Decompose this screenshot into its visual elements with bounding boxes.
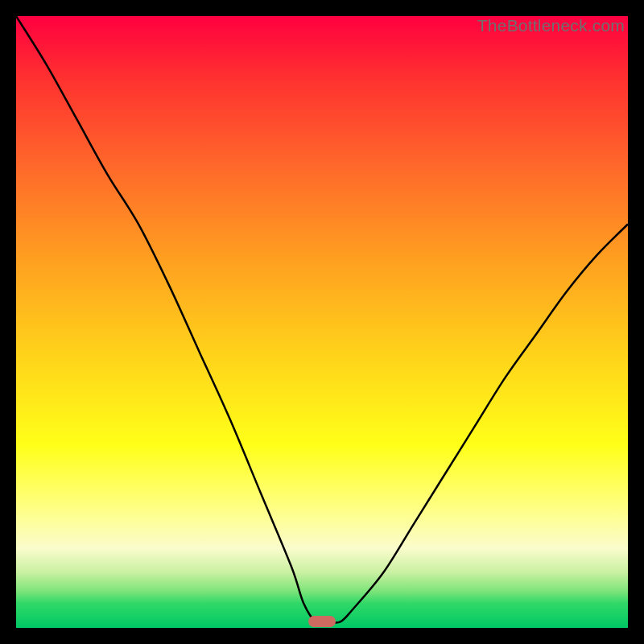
bottleneck-curve xyxy=(16,16,628,628)
curve-path xyxy=(16,16,628,623)
chart-frame: TheBottleneck.com xyxy=(0,0,644,644)
optimal-marker xyxy=(308,616,336,627)
plot-area: TheBottleneck.com xyxy=(16,16,628,628)
